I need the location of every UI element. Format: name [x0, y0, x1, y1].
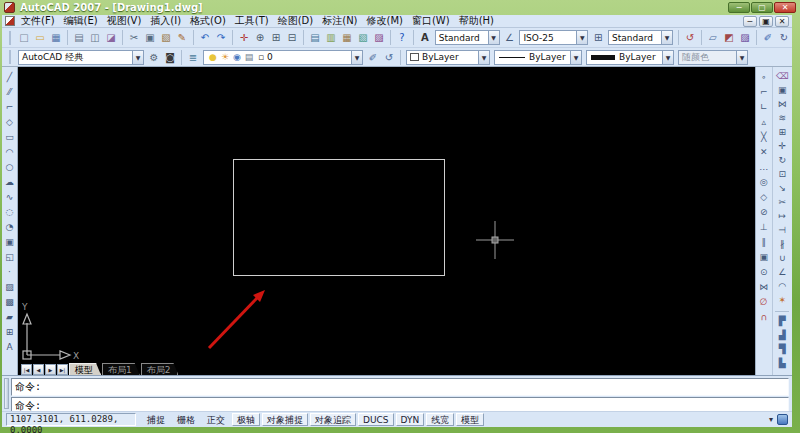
folder-red-icon[interactable]: ◩ [721, 30, 737, 46]
dyn-toggle[interactable]: DYN [396, 413, 425, 426]
zoom-previous-icon[interactable]: ⊟ [284, 30, 300, 46]
region-icon[interactable]: ▰ [3, 309, 17, 324]
pen-folder-icon[interactable]: ✐ [760, 30, 776, 46]
bring-above-icon[interactable]: ▜ [775, 342, 789, 356]
chevron-down-icon[interactable]: ▼ [478, 51, 489, 64]
last-tab-button[interactable]: ▶| [57, 364, 68, 375]
arc-icon[interactable]: ◠ [3, 144, 17, 159]
curved-arrow-icon[interactable]: ↻ [776, 30, 792, 46]
folder-up-icon[interactable]: ▱ [705, 30, 721, 46]
coordinate-display[interactable]: 1107.3101, 611.0289, 0.0000 [6, 413, 136, 426]
text-style-dropdown[interactable]: Standard ▼ [435, 30, 500, 45]
pan-icon[interactable]: ✛ [236, 30, 252, 46]
join-icon[interactable]: ∪ [775, 251, 789, 265]
line-icon[interactable]: ╱ [3, 69, 17, 84]
lwt-toggle[interactable]: 线宽 [426, 413, 454, 426]
snap-node-icon[interactable]: ⊙ [757, 264, 771, 279]
erase-icon[interactable]: ⌫ [775, 69, 789, 83]
layer-lock-icon[interactable]: ◉ [231, 50, 243, 65]
circular-arrow-icon[interactable]: ↺ [682, 30, 698, 46]
move-icon[interactable]: ✛ [775, 139, 789, 153]
qnew-icon[interactable]: □ [16, 30, 32, 46]
model-space-toggle[interactable]: 模型 [456, 413, 484, 426]
table-style-dropdown[interactable]: Standard ▼ [608, 30, 673, 45]
menu-view[interactable]: 视图(V) [107, 14, 142, 28]
layer-on-bulb-icon[interactable]: ● [207, 50, 219, 65]
make-object-layer-current-icon[interactable]: ✐ [365, 49, 381, 65]
mirror-icon[interactable]: ⋈ [775, 97, 789, 111]
chevron-down-icon[interactable]: ▼ [351, 51, 362, 64]
tab-model[interactable]: 模型 [69, 363, 101, 375]
snap-tangent-icon[interactable]: ⊘ [757, 204, 771, 219]
snap-apparent-intersection-icon[interactable]: ✕ [757, 144, 771, 159]
plot-icon[interactable]: ▤ [71, 30, 87, 46]
menu-help[interactable]: 帮助(H) [459, 14, 494, 28]
zoom-realtime-icon[interactable]: ⊕ [252, 30, 268, 46]
linetype-control-dropdown[interactable]: ByLayer ▼ [494, 50, 582, 65]
chevron-down-icon[interactable]: ▼ [662, 51, 673, 64]
hatch-icon[interactable]: ▨ [3, 279, 17, 294]
snap-extension-icon[interactable]: … [757, 159, 771, 174]
snap-from-icon[interactable]: ⌐ [757, 84, 771, 99]
dim-style-dropdown[interactable]: ISO-25 ▼ [519, 30, 588, 45]
stretch-icon[interactable]: ↘ [775, 181, 789, 195]
ortho-toggle[interactable]: 正交 [202, 413, 230, 426]
workspace-settings-icon[interactable]: ⚙ [146, 49, 162, 65]
zoom-window-icon[interactable]: ⊞ [268, 30, 284, 46]
tray-status-icon[interactable] [777, 414, 788, 425]
toolbar-grip[interactable] [9, 50, 13, 64]
mdi-close-button[interactable]: ✕ [775, 16, 789, 27]
chevron-down-icon[interactable]: ▼ [570, 51, 581, 64]
otrack-toggle[interactable]: 对象追踪 [310, 413, 356, 426]
folder-grid-icon[interactable]: ▨ [737, 30, 753, 46]
menu-draw[interactable]: 绘图(D) [278, 14, 314, 28]
match-properties-icon[interactable]: ✎ [174, 30, 190, 46]
rectangle-icon[interactable]: ▭ [3, 129, 17, 144]
revcloud-icon[interactable]: ☁ [3, 174, 17, 189]
menu-format[interactable]: 格式(O) [190, 14, 226, 28]
properties-palette-icon[interactable]: ▧ [355, 30, 371, 46]
snap-center-icon[interactable]: ◎ [757, 174, 771, 189]
menu-modify[interactable]: 修改(M) [367, 14, 403, 28]
menu-dimension[interactable]: 标注(N) [322, 14, 357, 28]
construction-line-icon[interactable]: ⁄⁄ [3, 84, 17, 99]
osnap-settings-icon[interactable]: ∩ [757, 309, 771, 324]
explode-icon[interactable]: ✶ [775, 293, 789, 307]
mtext-icon[interactable]: A [3, 339, 17, 354]
chamfer-icon[interactable]: ∠ [775, 265, 789, 279]
lineweight-control-dropdown[interactable]: ByLayer ▼ [586, 50, 674, 65]
send-under-icon[interactable]: ▙ [775, 356, 789, 370]
cut-icon[interactable]: ✂ [126, 30, 142, 46]
table-icon[interactable]: ⊞ [3, 324, 17, 339]
tray-dropdown-icon[interactable]: ▾ [769, 415, 773, 424]
paste-icon[interactable]: ▧ [158, 30, 174, 46]
help-icon[interactable]: ? [394, 30, 410, 46]
snap-parallel-icon[interactable]: ∥ [757, 234, 771, 249]
layer-color-swatch-icon[interactable]: ▫ [255, 50, 267, 65]
break-icon[interactable]: ∦ [775, 237, 789, 251]
grid-toggle[interactable]: 栅格 [172, 413, 200, 426]
snap-midpoint-icon[interactable]: ▵ [757, 114, 771, 129]
ellipse-icon[interactable]: ◌ [3, 204, 17, 219]
minimize-button[interactable]: − [728, 2, 750, 13]
menu-edit[interactable]: 编辑(E) [64, 14, 98, 28]
rotate-icon[interactable]: ↻ [775, 153, 789, 167]
layer-dropdown[interactable]: ●☀◉▤▫ 0 ▼ [203, 50, 363, 65]
designcenter-icon[interactable]: ▨ [371, 30, 387, 46]
array-icon[interactable]: ⊞ [775, 125, 789, 139]
snap-nearest-icon[interactable]: ⋈ [757, 279, 771, 294]
offset-icon[interactable]: ≋ [775, 111, 789, 125]
markup-set-manager-icon[interactable]: ▥ [323, 30, 339, 46]
layer-plot-icon[interactable]: ▤ [243, 50, 255, 65]
ducs-toggle[interactable]: DUCS [358, 413, 394, 426]
snap-insert-icon[interactable]: ▣ [757, 249, 771, 264]
publish-icon[interactable]: ◪ [103, 30, 119, 46]
menu-tools[interactable]: 工具(T) [235, 14, 269, 28]
first-tab-button[interactable]: |◀ [21, 364, 32, 375]
chevron-down-icon[interactable]: ▼ [576, 31, 587, 44]
workspace-save-icon[interactable]: ◙ [162, 49, 178, 65]
command-input[interactable]: 命令: [11, 397, 789, 412]
insert-block-icon[interactable]: ▣ [3, 234, 17, 249]
workspace-dropdown[interactable]: AutoCAD 经典 ▼ [18, 50, 144, 65]
toolbar-grip[interactable] [9, 31, 13, 45]
